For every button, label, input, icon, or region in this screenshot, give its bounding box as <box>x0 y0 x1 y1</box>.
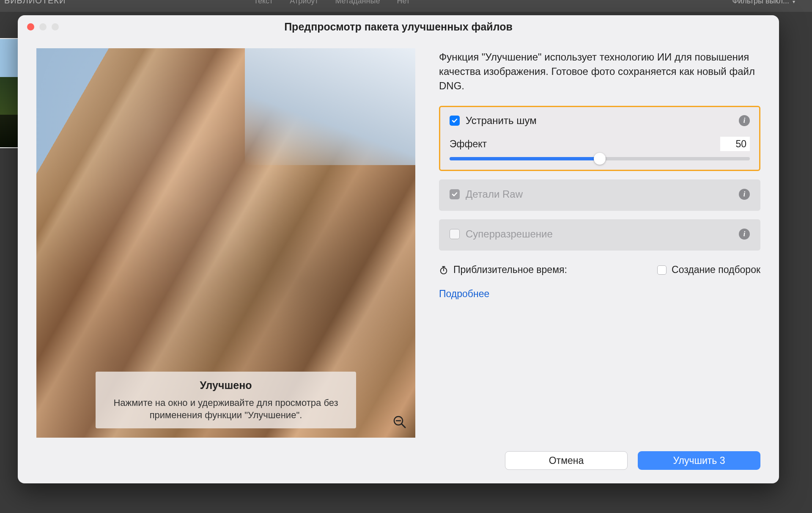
denoise-label: Устранить шум <box>466 115 733 127</box>
super-resolution-option: Суперразрешение i <box>439 219 760 251</box>
time-label: Приблизительное время: <box>453 264 567 276</box>
dialog-titlebar: Предпросмотр пакета улучшенных файлов <box>18 15 779 38</box>
library-label: БИБЛИОТЕКИ <box>4 0 66 6</box>
description-text: Функция "Улучшение" использует технологи… <box>439 50 760 93</box>
filter-attribute[interactable]: Атрибут <box>290 0 318 6</box>
denoise-info-icon[interactable]: i <box>739 115 750 126</box>
effect-value-input[interactable] <box>720 137 750 151</box>
preview-overlay: Улучшено Нажмите на окно и удерживайте д… <box>96 372 356 428</box>
denoise-checkbox[interactable] <box>450 116 460 126</box>
dialog-title: Предпросмотр пакета улучшенных файлов <box>18 21 779 33</box>
preview-area: Улучшено Нажмите на окно и удерживайте д… <box>36 48 415 438</box>
raw-details-info-icon[interactable]: i <box>739 189 750 200</box>
overlay-subtitle: Нажмите на окно и удерживайте для просмо… <box>104 397 348 422</box>
zoom-out-button[interactable] <box>392 414 408 430</box>
overlay-title: Улучшено <box>104 379 348 392</box>
window-controls <box>27 23 59 30</box>
maximize-window-button[interactable] <box>52 23 59 30</box>
super-resolution-label: Суперразрешение <box>466 228 733 240</box>
raw-details-label: Детали Raw <box>466 188 733 200</box>
effect-slider[interactable] <box>450 157 750 160</box>
effect-label: Эффект <box>450 138 487 150</box>
super-resolution-info-icon[interactable]: i <box>739 229 750 240</box>
slider-fill <box>450 157 600 160</box>
svg-line-1 <box>402 424 405 428</box>
check-icon <box>451 117 458 124</box>
dialog-footer: Отмена Улучшить 3 <box>439 451 760 473</box>
close-window-button[interactable] <box>27 23 34 30</box>
enhance-button[interactable]: Улучшить 3 <box>638 451 760 470</box>
background-toolbar: БИБЛИОТЕКИ Текст Атрибут Метаданные Нет … <box>0 0 812 12</box>
raw-details-option: Детали Raw i <box>439 179 760 211</box>
minimize-window-button[interactable] <box>39 23 47 30</box>
filter-metadata[interactable]: Метаданные <box>335 0 380 6</box>
enhance-preview-dialog: Предпросмотр пакета улучшенных файлов Ул… <box>18 15 779 483</box>
meta-row: Приблизительное время: Создание подборок <box>439 264 760 276</box>
learn-more-link[interactable]: Подробнее <box>439 288 760 300</box>
options-panel: Функция "Улучшение" использует технологи… <box>439 48 760 473</box>
create-stacks-label: Создание подборок <box>672 264 760 276</box>
filters-off-dropdown[interactable]: Фильтры выкл... <box>732 0 796 6</box>
denoise-option: Устранить шум i Эффект <box>439 106 760 171</box>
filter-text[interactable]: Текст <box>254 0 273 6</box>
create-stacks-checkbox[interactable] <box>657 265 667 275</box>
stopwatch-icon <box>439 265 448 275</box>
zoom-out-icon <box>393 415 406 429</box>
filmstrip-thumbnail[interactable] <box>0 38 19 148</box>
check-icon <box>451 191 458 198</box>
cancel-button[interactable]: Отмена <box>505 451 628 470</box>
filter-tabs: Текст Атрибут Метаданные Нет <box>254 0 410 6</box>
raw-details-checkbox <box>450 189 460 199</box>
slider-thumb[interactable] <box>594 153 606 165</box>
dialog-content: Улучшено Нажмите на окно и удерживайте д… <box>18 38 779 483</box>
super-resolution-checkbox <box>450 229 460 239</box>
filter-none[interactable]: Нет <box>397 0 410 6</box>
